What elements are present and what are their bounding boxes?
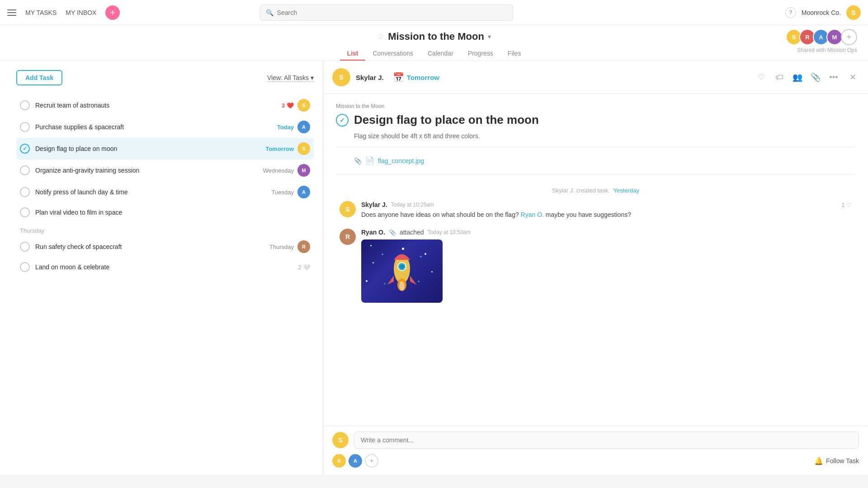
task-meta-2: Today A: [277, 121, 310, 133]
task-item[interactable]: Notify press of launch day & time Tuesda…: [16, 181, 314, 203]
task-list-panel: Add Task View: All Tasks ▾ Recruit team …: [0, 61, 323, 475]
detail-task-desc: Flag size should be 4ft x 6ft and three …: [354, 132, 855, 140]
task-meta-8: 2 🤍: [298, 264, 310, 271]
task-item[interactable]: Purchase supplies & spacecraft Today A: [16, 116, 314, 138]
detail-due[interactable]: 📅 Tomorrow: [393, 72, 439, 83]
task-checkbox-3[interactable]: [20, 144, 30, 154]
detail-task-check[interactable]: [336, 114, 349, 127]
top-nav: MY TASKS MY INBOX + 🔍 ? Moonrock Co. S: [0, 0, 868, 25]
task-meta-3: Tomorrow S: [265, 142, 310, 155]
task-assignee-7: R: [297, 240, 310, 253]
paperclip-icon-2: 📎: [389, 229, 396, 236]
mention-ryan[interactable]: Ryan O.: [521, 211, 544, 218]
task-item[interactable]: Run safety check of spacecraft Thursday …: [16, 236, 314, 258]
svg-point-2: [400, 264, 404, 269]
task-assignee-3: S: [297, 142, 310, 155]
detail-header: S Skylar J. 📅 Tomorrow ♡ 🏷 👥 📎 ••• ✕: [323, 61, 868, 94]
task-name-7: Run safety check of spacecraft: [35, 243, 264, 250]
task-item[interactable]: Organize anti-gravity training session W…: [16, 160, 314, 181]
msg-time-2: Today at 10:50am: [428, 229, 471, 235]
view-filter-label: View: All Tasks: [267, 74, 309, 81]
comment-followers: S A +: [332, 454, 378, 468]
comment-footer: S S A + 🔔 Follow Task: [323, 426, 868, 475]
detail-due-text[interactable]: Tomorrow: [407, 74, 439, 81]
search-icon: 🔍: [266, 9, 274, 16]
detail-body: Mission to the Moon Design flag to place…: [323, 94, 868, 426]
commenter-avatar: S: [332, 432, 349, 448]
tab-calendar[interactable]: Calendar: [420, 46, 461, 61]
project-title-row: ☆ Mission to the Moon ▾: [377, 31, 491, 42]
task-checkbox-1[interactable]: [20, 100, 30, 110]
search-bar[interactable]: 🔍: [260, 5, 513, 21]
my-tasks-link[interactable]: MY TASKS: [25, 9, 57, 16]
follower-avatar-2: A: [349, 454, 362, 468]
view-filter[interactable]: View: All Tasks ▾: [267, 74, 314, 82]
attached-text: attached: [400, 229, 424, 236]
task-item[interactable]: Recruit team of astronauts 3 ❤️ S: [16, 94, 314, 116]
message-item-1: S Skylar J. Today at 10:25am 1 ♡ Does an…: [336, 201, 855, 220]
assign-action-button[interactable]: 👥: [790, 70, 805, 84]
tab-conversations[interactable]: Conversations: [365, 46, 420, 61]
tab-progress[interactable]: Progress: [461, 46, 500, 61]
attachment-link[interactable]: flag_concept.jpg: [378, 157, 424, 164]
msg-content-1: Skylar J. Today at 10:25am 1 ♡ Does anyo…: [361, 201, 852, 220]
task-likes-8[interactable]: 2 🤍: [298, 264, 310, 271]
user-avatar[interactable]: S: [846, 5, 861, 20]
project-members: S R A M + Shared with Mission Ops: [786, 29, 857, 53]
task-checkbox-4[interactable]: [20, 165, 30, 175]
attachment-action-button[interactable]: 📎: [808, 70, 823, 84]
task-date-7: Thursday: [269, 244, 294, 250]
task-name-2: Purchase supplies & spacecraft: [35, 123, 272, 131]
member-avatar-4[interactable]: M: [826, 29, 843, 45]
follower-avatar-1: S: [332, 454, 346, 468]
task-list-header: Add Task View: All Tasks ▾: [16, 70, 314, 85]
add-follower-button[interactable]: +: [365, 454, 378, 468]
task-item[interactable]: Plan viral video to film in space: [16, 203, 314, 222]
msg-header-1: Skylar J. Today at 10:25am 1 ♡: [361, 201, 852, 208]
task-checkbox-8[interactable]: [20, 262, 30, 272]
tab-list[interactable]: List: [340, 46, 366, 61]
detail-assignee-name: Skylar J.: [356, 74, 384, 81]
my-inbox-link[interactable]: MY INBOX: [66, 9, 96, 16]
search-input[interactable]: [277, 9, 507, 16]
hamburger-menu[interactable]: [7, 9, 16, 16]
svg-point-4: [399, 282, 405, 291]
close-detail-button[interactable]: ✕: [846, 71, 859, 84]
task-checkbox-5[interactable]: [20, 187, 30, 197]
follow-task-button[interactable]: 🔔 Follow Task: [814, 457, 859, 465]
project-chevron-icon[interactable]: ▾: [488, 33, 491, 40]
detail-project-label: Mission to the Moon: [336, 103, 855, 109]
task-date-2: Today: [277, 124, 294, 131]
add-task-button[interactable]: Add Task: [16, 70, 62, 85]
task-date-4: Wednesday: [263, 167, 294, 174]
org-name: Moonrock Co.: [802, 9, 841, 16]
add-button[interactable]: +: [105, 5, 120, 20]
task-checkbox-6[interactable]: [20, 207, 30, 217]
task-name-4: Organize anti-gravity training session: [35, 167, 258, 174]
detail-assignee-avatar[interactable]: S: [332, 68, 350, 86]
msg-likes-1[interactable]: 1 ♡: [841, 202, 852, 208]
heart-action-button[interactable]: ♡: [754, 70, 769, 84]
task-likes-1[interactable]: 3 ❤️: [282, 102, 294, 109]
task-item[interactable]: Land on moon & celebrate 2 🤍: [16, 258, 314, 277]
task-name-1: Recruit team of astronauts: [35, 102, 276, 109]
add-member-button[interactable]: +: [841, 29, 857, 45]
msg-avatar-skylar: S: [340, 201, 356, 217]
msg-author-1: Skylar J.: [361, 201, 387, 208]
tag-action-button[interactable]: 🏷: [772, 70, 787, 84]
help-button[interactable]: ?: [785, 7, 796, 18]
task-checkbox-2[interactable]: [20, 122, 30, 132]
task-assignee-5: A: [297, 186, 310, 198]
rocket-attachment[interactable]: [361, 239, 443, 303]
tab-files[interactable]: Files: [500, 46, 528, 61]
task-meta-5: Tuesday A: [272, 186, 310, 198]
task-checkbox-7[interactable]: [20, 242, 30, 252]
file-icon: 📄: [365, 156, 374, 165]
star-icon[interactable]: ☆: [377, 32, 384, 42]
comment-input[interactable]: [354, 432, 859, 449]
more-action-button[interactable]: •••: [826, 70, 841, 84]
task-item-active[interactable]: Design flag to place on moon Tomorrow S: [16, 138, 314, 160]
task-date-3: Tomorrow: [265, 145, 294, 152]
msg-avatar-ryan: R: [340, 229, 356, 245]
svg-marker-8: [417, 280, 420, 282]
